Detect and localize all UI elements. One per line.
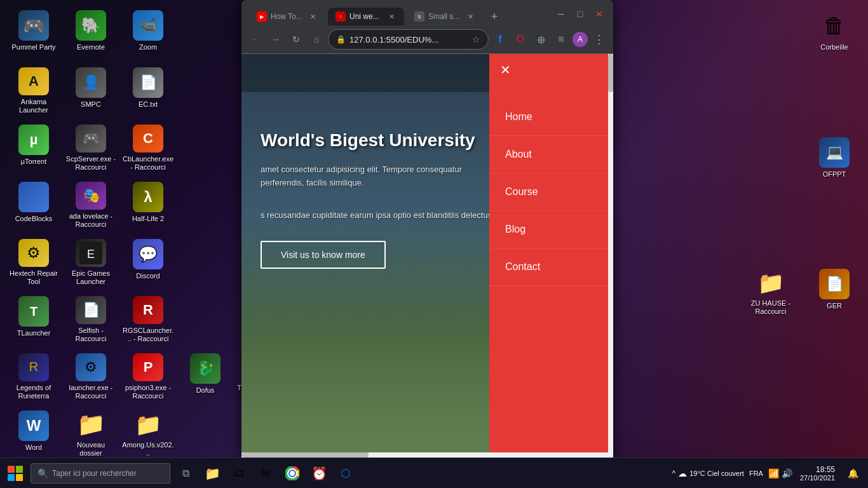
tab2-icon: ! [336,11,346,22]
taskbar-explorer2[interactable]: 🗂 [226,458,252,489]
icon-scp[interactable]: 🎮 ScpServer.exe - Raccourci [62,119,119,177]
tray-expand-btn[interactable]: ^ [672,469,676,478]
ec-img: 📄 [133,67,163,98]
icon-selfish[interactable]: 📄 Selfish - Raccourci [62,291,119,348]
tab-1[interactable]: ▶ How To... ✕ [249,8,325,25]
tlauncher-img: T [18,296,49,327]
launcher-img: ⚙ [76,353,106,381]
taskbar-search[interactable]: 🔍 Taper ici pour rechercher [31,463,170,484]
forward-button[interactable]: → [267,30,285,48]
start-button[interactable] [0,458,31,489]
icon-evernote[interactable]: 🐘 Evernote [62,5,119,62]
icon-col-4: 🐉 Dofus [177,348,234,405]
new-tab-button[interactable]: + [485,8,503,25]
vertical-scrollbar[interactable] [608,54,613,458]
icon-tlauncher[interactable]: T TLauncher [5,291,62,348]
menu-item-blog[interactable]: Blog [489,211,613,248]
hextech-label: Hextech Repair Tool [8,269,60,286]
address-bar[interactable]: 🔒 127.0.0.1:5500/EDU%... ☆ [328,29,489,50]
icon-discord[interactable]: 💬 Discord [119,234,177,291]
minimize-button[interactable]: ─ [552,5,570,23]
opera-icon-btn[interactable]: O [512,30,529,48]
icon-halflife[interactable]: λ Half-Life 2 [119,177,177,234]
icon-zu-hause[interactable]: 📁 ZU HAUSE - Raccourci [742,264,799,321]
taskbar-vscode[interactable]: ⬡ [333,458,358,489]
rockstar-img: R [133,296,163,324]
reload-button[interactable]: ↻ [287,30,305,48]
bookmark-icon: ☆ [472,34,480,44]
icon-word[interactable]: W Word [5,405,62,458]
visit-button[interactable]: Visit us to know more [261,241,386,269]
icon-zoom[interactable]: 📹 Zoom [119,5,177,62]
icon-ger[interactable]: 📄 GER [806,264,863,321]
menu-item-home[interactable]: Home [489,98,613,136]
facebook-icon-btn[interactable]: f [491,30,509,48]
university-description-1: amet consectetur adipisicing elit. Tempo… [261,163,502,190]
icon-rockstar[interactable]: R RGSCLauncher... - Raccourci [119,291,177,348]
icon-smpc[interactable]: 👤 SMPC [62,62,119,119]
icon-ofppt[interactable]: 💻 OFPPT [806,132,863,189]
menu-item-contact[interactable]: Contact [489,248,613,286]
tab-3[interactable]: S Small s... ✕ [407,8,483,25]
taskbar-task-view[interactable]: ⧉ [173,458,198,489]
icon-epic[interactable]: E Epic Games Launcher [62,234,119,291]
home-button[interactable]: ⌂ [308,30,325,48]
tab3-close-button[interactable]: ✕ [465,11,475,22]
legends-img: R [18,353,49,381]
icon-cb[interactable]: C CbLauncher.exe - Raccourci [119,119,177,177]
extension-icon-btn[interactable]: ⊕ [532,30,550,48]
icon-nouveau[interactable]: 📁 Nouveau dossier [62,405,119,458]
horizontal-scrollbar[interactable] [241,452,608,458]
menu-item-about[interactable]: About [489,136,613,173]
ger-label: GER [827,302,842,310]
tab2-close-button[interactable]: ✕ [386,11,397,22]
clock-date: 27/10/2021 [800,474,835,482]
tab3-label: Small s... [428,12,459,21]
icon-legends[interactable]: R Legends of Runeterra [5,348,62,405]
taskbar-chrome[interactable] [280,458,305,489]
icon-recycle[interactable]: 🗑 Corbeille [806,5,863,62]
icon-among[interactable]: 📁 Among.Us.v202... [119,405,177,458]
launcher-label: launcher.exe - Raccourci [65,384,117,400]
icon-launcher-exe[interactable]: ⚙ launcher.exe - Raccourci [62,348,119,405]
menu-icon-btn[interactable]: ⋮ [590,30,608,48]
h-scrollbar-thumb[interactable] [241,452,369,458]
selfish-img: 📄 [76,296,106,324]
evernote-img: 🐘 [76,10,106,41]
scrollbar-thumb[interactable] [608,54,613,92]
pummel-party-img: 🎮 [18,10,49,41]
icon-psiphon[interactable]: P psiphon3.exe - Raccourci [119,348,177,405]
icon-col-1: 🎮 Pummel Party A Ankama Launcher µ µTorr… [5,5,62,458]
weather-icon: ☁ [678,468,687,478]
maximize-button[interactable]: □ [571,5,589,23]
menu-item-course[interactable]: Course [489,173,613,211]
extension2-icon-btn[interactable]: ≡ [552,30,570,48]
tab1-close-button[interactable]: ✕ [308,11,318,22]
ada-img: 🎭 [76,182,106,210]
notification-button[interactable]: 🔔 [843,463,863,484]
close-menu-button[interactable]: ✕ [496,60,515,79]
taskbar-clock[interactable]: 18:55 27/10/2021 [795,465,840,482]
taskbar-mail[interactable]: ✉ [253,458,278,489]
taskbar-file-explorer[interactable]: 📁 [200,458,225,489]
system-tray: ^ ☁ 19°C Ciel couvert FRA 📶 🔊 [672,468,792,478]
discord-label: Discord [136,272,159,280]
icon-ankama[interactable]: A Ankama Launcher [5,62,62,119]
icon-utorrent[interactable]: µ µTorrent [5,119,62,177]
icon-ec[interactable]: 📄 EC.txt [119,62,177,119]
back-button[interactable]: ← [247,30,264,48]
close-window-button[interactable]: ✕ [590,5,608,23]
icon-hextech[interactable]: ⚙ Hextech Repair Tool [5,234,62,291]
taskbar-clock-app[interactable]: ⏰ [306,458,332,489]
icon-codeblocks[interactable]: CodeBlocks [5,177,62,234]
hextech-img: ⚙ [18,239,49,267]
icon-ada[interactable]: 🎭 ada lovelace - Raccourci [62,177,119,234]
icon-dofus[interactable]: 🐉 Dofus [177,348,234,405]
utorrent-label: µTorrent [21,158,47,166]
psiphon-img: P [133,353,163,381]
codeblocks-label: CodeBlocks [15,215,53,223]
profile-icon-btn[interactable]: A [573,32,588,47]
icon-pummel-party[interactable]: 🎮 Pummel Party [5,5,62,62]
zoom-label: Zoom [139,43,157,51]
tab-2[interactable]: ! Uni we... ✕ [328,8,404,25]
